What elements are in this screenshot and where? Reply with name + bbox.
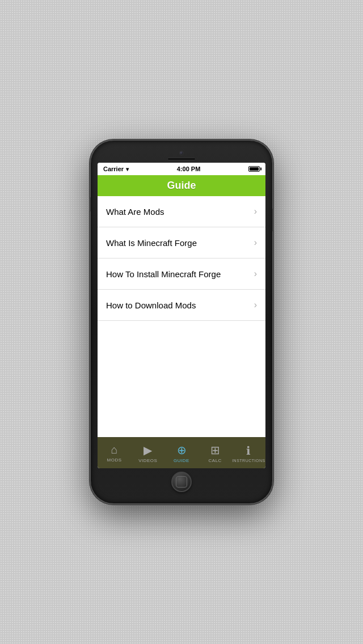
home-button[interactable] [171,472,192,492]
tab-videos[interactable]: ▶ VIDEOS [131,443,164,463]
chevron-icon-3: › [254,300,257,310]
battery-fill [250,167,259,171]
list-item-label-1: What Is Minecraft Forge [106,238,197,248]
camera [179,151,184,155]
chevron-icon-0: › [254,206,257,217]
calc-icon: ⊞ [210,443,220,457]
side-button-left [89,197,91,211]
home-button-inner [176,476,187,488]
tab-videos-label: VIDEOS [138,458,157,463]
list-item-2[interactable]: How To Install Minecraft Forge › [98,259,265,290]
info-icon: ℹ [246,444,251,457]
chevron-icon-1: › [254,238,257,248]
home-icon: ⌂ [111,443,118,456]
nav-title: Guide [167,180,196,191]
guide-list: What Are Mods › What Is Minecraft Forge … [98,196,265,437]
tab-guide-label: GUIDE [174,458,189,463]
home-button-area [171,468,192,497]
list-item-1[interactable]: What Is Minecraft Forge › [98,227,265,259]
tab-guide[interactable]: ⊕ GUIDE [164,443,198,463]
tab-bar: ⌂ MODS ▶ VIDEOS ⊕ GUIDE ⊞ CALc ℹ INSTRUC… [98,437,265,468]
status-time: 4:00 PM [177,166,201,172]
side-button-right [272,209,274,231]
video-icon: ▶ [143,443,152,457]
tab-calc[interactable]: ⊞ CALc [199,443,232,463]
list-item-3[interactable]: How to Download Mods › [98,290,265,321]
tab-calc-label: CALc [209,458,222,463]
chevron-icon-2: › [254,269,257,279]
battery-icon [248,166,260,172]
list-item-label-0: What Are Mods [106,207,164,217]
phone-screen: Carrier ▾ 4:00 PM Guide What Are Mods › … [98,163,265,468]
list-item-label-2: How To Install Minecraft Forge [106,269,221,279]
phone-top-bar [98,147,265,163]
phone-device: Carrier ▾ 4:00 PM Guide What Are Mods › … [91,141,272,503]
tab-mods-label: MODS [107,457,122,463]
tab-instructions[interactable]: ℹ INSTRUCTIONS [232,444,265,463]
carrier-label: Carrier [103,166,124,172]
list-item-label-3: How to Download Mods [106,300,196,310]
tab-instructions-label: INSTRUCTIONS [232,459,265,463]
nav-bar: Guide [98,175,265,196]
status-left: Carrier ▾ [103,166,129,172]
tab-mods[interactable]: ⌂ MODS [98,443,131,463]
speaker [167,158,196,160]
wifi-icon: ▾ [126,166,129,172]
status-bar: Carrier ▾ 4:00 PM [98,163,265,175]
list-item-0[interactable]: What Are Mods › [98,196,265,227]
guide-icon: ⊕ [177,443,187,457]
